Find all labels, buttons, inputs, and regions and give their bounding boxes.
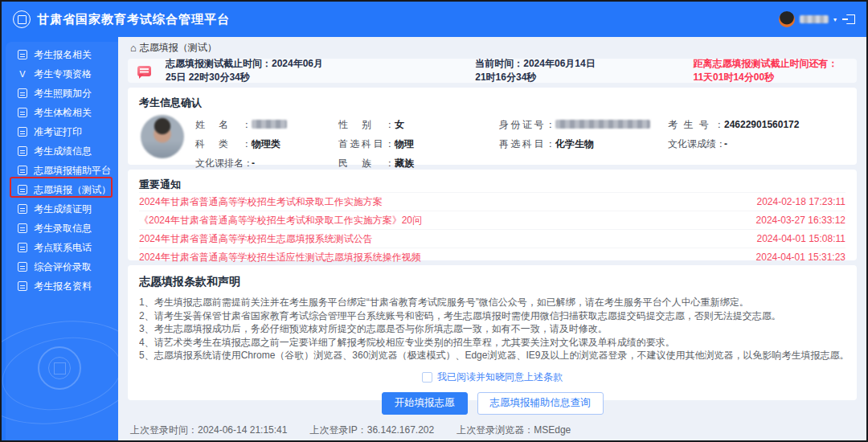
top-header: 甘肃省国家教育考试综合管理平台 ▾ <box>2 2 866 37</box>
notice-link[interactable]: 2024年甘肃省普通高等学校招生志愿填报系统测试公告 <box>139 232 373 246</box>
term-item: 1、考生填报志愿前需提前关注并在考生服务平台绑定“甘肃省教育考试院服务号”微信公… <box>139 296 845 309</box>
notice-link[interactable]: 2024年甘肃省普通高等学校招生适应性测试志愿填报系统操作视频 <box>139 251 421 264</box>
start-fill-volunteer-button[interactable]: 开始填报志愿 <box>382 392 468 415</box>
last-login-time: 上次登录时间：2024-06-14 21:15:41 <box>130 424 287 437</box>
notice-row: 2024年甘肃省普通高等学校招生考试和录取工作实施方案 2024-02-18 1… <box>139 192 845 211</box>
candidate-fields: 姓名 性别女 身份证号 考生号24622901560172 科类物理类 首选科目… <box>195 115 845 173</box>
medical-icon <box>18 108 27 117</box>
sidebar-item-medical-exam[interactable]: 考生体检相关 <box>2 103 118 122</box>
candidate-photo <box>141 115 184 158</box>
bonus-icon <box>18 88 27 98</box>
checkmark-icon: V <box>18 69 27 79</box>
sidebar-item-assist-platform[interactable]: 志愿填报辅助平台 <box>2 161 118 180</box>
notice-date: 2024-04-01 15:08:11 <box>756 233 845 244</box>
user-avatar[interactable] <box>779 11 795 27</box>
countdown-text: 距离志愿填报测试截止时间还有：11天01时14分00秒 <box>693 57 847 84</box>
terms-section-title: 志愿填报条款和声明 <box>139 275 845 289</box>
notice-date: 2024-02-18 17:23:11 <box>756 196 845 207</box>
notice-link[interactable]: 2024年甘肃省普通高等学校招生考试和录取工作实施方案 <box>139 195 383 209</box>
notice-date: 2024-03-27 16:33:12 <box>756 215 845 226</box>
assist-platform-icon <box>18 166 27 175</box>
sidebar-item-score-info[interactable]: 考生成绩信息 <box>2 141 118 161</box>
candidate-section-title: 考生信息确认 <box>139 96 845 110</box>
sidebar-item-test-site-phone[interactable]: 考点联系电话 <box>2 238 118 257</box>
print-icon <box>18 127 27 137</box>
materials-icon <box>18 281 27 291</box>
sidebar-item-registration[interactable]: 考生报名相关 <box>2 45 118 64</box>
notices-section-title: 重要通知 <box>139 178 845 192</box>
breadcrumb: ⌂ 志愿填报（测试） <box>118 37 866 58</box>
sidebar-menu: 考生报名相关 V考生专项资格 考生照顾加分 考生体检相关 准考证打印 考生成绩信… <box>2 45 118 296</box>
notice-date: 2024-04-01 15:31:23 <box>756 252 845 263</box>
sidebar-item-admission-info[interactable]: 考生录取信息 <box>2 219 118 238</box>
admission-icon <box>18 223 27 233</box>
user-name-redacted <box>800 15 829 23</box>
assist-info-query-button[interactable]: 志愿填报辅助信息查询 <box>477 392 604 415</box>
last-login-ip: 上次登录IP：36.142.167.202 <box>309 424 434 437</box>
agree-row: 我已阅读并知晓同意上述条款 <box>139 370 845 384</box>
main-content: ⌂ 志愿填报（测试） 志愿填报测试截止时间：2024年06月25日 22时30分… <box>118 37 866 440</box>
term-item: 4、请艺术类考生在填报志愿之前一定要详细了解报考院校相应专业类别的招生章程，尤其… <box>139 336 845 350</box>
sidebar-item-comprehensive-evaluation[interactable]: 综合评价录取 <box>2 257 118 276</box>
notice-row: 2024年甘肃省普通高等学校招生适应性测试志愿填报系统操作视频 2024-04-… <box>139 248 845 266</box>
sidebar: 考生报名相关 V考生专项资格 考生照顾加分 考生体检相关 准考证打印 考生成绩信… <box>2 37 118 440</box>
notice-row: 《2024年甘肃省普通高等学校招生考试和录取工作实施方案》20问 2024-03… <box>139 211 845 229</box>
breadcrumb-label: 志愿填报（测试） <box>140 41 217 55</box>
notice-row: 2024年甘肃省普通高等学校招生志愿填报系统测试公告 2024-04-01 15… <box>139 229 845 248</box>
form-icon <box>18 185 27 194</box>
notice-link[interactable]: 《2024年甘肃省普通高等学校招生考试和录取工作实施方案》20问 <box>139 214 422 227</box>
notices-card: 重要通知 2024年甘肃省普通高等学校招生考试和录取工作实施方案 2024-02… <box>128 170 857 260</box>
term-item: 2、请考生妥善保管甘肃省国家教育考试综合管理平台系统账号和密码，考生志愿填报时需… <box>139 309 845 323</box>
sidebar-item-score-certificate[interactable]: 考生成绩证明 <box>2 199 118 219</box>
certificate-icon <box>18 204 27 214</box>
chevron-down-icon[interactable]: ▾ <box>833 16 837 23</box>
platform-logo-icon <box>13 10 31 28</box>
redacted-value <box>252 120 287 129</box>
terms-card: 志愿填报条款和声明 1、考生填报志愿前需提前关注并在考生服务平台绑定“甘肃省教育… <box>128 265 857 400</box>
candidate-info-card: 考生信息确认 姓名 性别女 身份证号 考生号24622901560172 科类物… <box>128 88 857 165</box>
app-window: 甘肃省国家教育考试综合管理平台 ▾ 考生报名相关 V考生专项资格 考生照顾加分 … <box>0 0 868 442</box>
sidebar-item-registration-materials[interactable]: 考生报名资料 <box>2 276 118 296</box>
notice-message-icon <box>137 66 151 76</box>
sidebar-item-admission-ticket-print[interactable]: 准考证打印 <box>2 122 118 141</box>
deadline-text: 志愿填报测试截止时间：2024年06月25日 22时30分34秒 <box>166 57 330 84</box>
agree-label[interactable]: 我已阅读并知晓同意上述条款 <box>437 370 563 384</box>
button-row: 开始填报志愿 志愿填报辅助信息查询 <box>139 392 845 418</box>
sidebar-item-special-qualification[interactable]: V考生专项资格 <box>2 64 118 84</box>
phone-icon <box>18 243 27 252</box>
score-icon <box>18 146 27 156</box>
deadline-bar: 志愿填报测试截止时间：2024年06月25日 22时30分34秒 当前时间：20… <box>128 59 857 83</box>
footer: 上次登录时间：2024-06-14 21:15:41 上次登录IP：36.142… <box>130 424 571 437</box>
term-item: 5、志愿填报系统请使用Chrome（谷歌）浏览器、360浏览器（极速模式）、Ed… <box>139 349 845 362</box>
app-title: 甘肃省国家教育考试综合管理平台 <box>37 12 230 27</box>
agree-checkbox[interactable] <box>422 372 432 383</box>
evaluation-icon <box>18 262 27 272</box>
redacted-value <box>555 120 650 129</box>
term-item: 3、考生志愿填报成功后，务必仔细预览核对所提交的志愿是否与你所填志愿一致，如有不… <box>139 322 845 336</box>
logout-icon[interactable] <box>846 14 855 24</box>
sidebar-item-bonus-points[interactable]: 考生照顾加分 <box>2 84 118 103</box>
home-icon: ⌂ <box>130 42 137 54</box>
file-icon <box>18 50 27 59</box>
last-login-browser: 上次登录浏览器：MSEdge <box>457 424 571 437</box>
sidebar-item-volunteer-fill-test[interactable]: 志愿填报（测试） <box>2 180 118 199</box>
current-time-text: 当前时间：2024年06月14日 21时16分34秒 <box>475 57 600 84</box>
